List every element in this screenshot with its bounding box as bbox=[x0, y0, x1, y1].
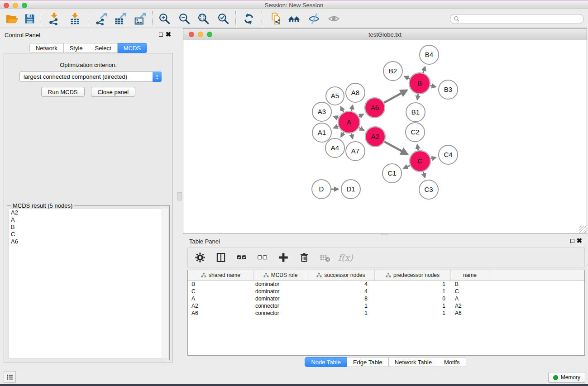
graph-edge-A2-C[interactable] bbox=[384, 142, 407, 154]
import-table-button[interactable] bbox=[67, 11, 82, 26]
graph-node-A3[interactable]: A3 bbox=[312, 102, 331, 121]
window-resize-grip[interactable] bbox=[579, 226, 586, 233]
select-all-button[interactable] bbox=[234, 250, 249, 265]
graph-node-A2[interactable]: A2 bbox=[365, 127, 385, 147]
graph-edge-A-A7[interactable] bbox=[351, 133, 353, 138]
graph-edge-B-B2[interactable] bbox=[405, 76, 410, 79]
graph-node-D1[interactable]: D1 bbox=[341, 180, 360, 199]
graph-edge-A-A8[interactable] bbox=[351, 105, 353, 111]
open-session-button[interactable] bbox=[4, 11, 19, 26]
close-panel-icon[interactable]: ✖ bbox=[165, 30, 171, 38]
column-header-predecessor-nodes[interactable]: predecessor nodes bbox=[375, 270, 451, 280]
graph-node-C4[interactable]: C4 bbox=[439, 145, 458, 164]
graph-edge-A-A1[interactable] bbox=[334, 126, 339, 128]
delete-column-button[interactable] bbox=[296, 250, 312, 265]
delete-table-button[interactable] bbox=[317, 250, 333, 265]
graph-node-A[interactable]: A bbox=[338, 111, 360, 133]
graph-edge-A-A5[interactable] bbox=[341, 107, 344, 112]
graph-node-D[interactable]: D bbox=[312, 180, 331, 199]
graph-node-A7[interactable]: A7 bbox=[346, 142, 365, 161]
eye-button[interactable] bbox=[326, 11, 341, 26]
save-session-button[interactable] bbox=[22, 11, 37, 26]
graph-edge-C-C4[interactable] bbox=[430, 157, 435, 159]
tab-node-table[interactable]: Node Table bbox=[305, 357, 347, 367]
graph-node-B[interactable]: B bbox=[409, 73, 430, 94]
zoom-selected-button[interactable] bbox=[215, 11, 231, 26]
graph-edge-A-A2[interactable] bbox=[359, 128, 364, 130]
graph-edge-B-B1[interactable] bbox=[417, 94, 418, 100]
table-row[interactable]: Adominator80A bbox=[188, 295, 584, 302]
graph-node-B2[interactable]: B2 bbox=[383, 62, 402, 81]
column-header-name[interactable]: name bbox=[451, 270, 489, 280]
tab-network-table[interactable]: Network Table bbox=[389, 357, 438, 367]
show-columns-button[interactable] bbox=[213, 250, 229, 265]
graph-node-B1[interactable]: B1 bbox=[406, 103, 425, 122]
mcds-result-item[interactable]: A6 bbox=[9, 238, 167, 245]
graph-node-A1[interactable]: A1 bbox=[312, 123, 331, 142]
graph-node-C[interactable]: C bbox=[410, 151, 430, 172]
result-scrollbar[interactable] bbox=[162, 209, 168, 358]
optimization-select[interactable]: largest connected component (directed) ▲… bbox=[19, 71, 162, 82]
export-table-button[interactable] bbox=[112, 11, 128, 26]
graph-node-C2[interactable]: C2 bbox=[406, 123, 425, 142]
float-panel-icon[interactable] bbox=[159, 33, 163, 37]
graph-edge-A-A3[interactable] bbox=[334, 116, 339, 118]
mcds-result-item[interactable]: A bbox=[9, 216, 167, 224]
table-float-icon[interactable] bbox=[570, 239, 574, 243]
table-row[interactable]: Bdominator41B bbox=[188, 281, 584, 288]
graph-edge-C-C3[interactable] bbox=[423, 172, 425, 177]
tab-style[interactable]: Style bbox=[64, 43, 89, 53]
column-header-mcds-role[interactable]: MCDS role bbox=[254, 270, 307, 280]
column-header-shared-name[interactable]: shared name bbox=[188, 270, 254, 280]
table-row[interactable]: A6connector11A6 bbox=[188, 310, 584, 317]
graph-node-A5[interactable]: A5 bbox=[326, 87, 344, 105]
graph-node-A4[interactable]: A4 bbox=[325, 138, 344, 157]
tab-motifs[interactable]: Motifs bbox=[438, 357, 466, 367]
table-close-icon[interactable]: ✖ bbox=[576, 237, 582, 245]
mcds-result-item[interactable]: B bbox=[9, 224, 167, 231]
close-panel-button[interactable]: Close panel bbox=[91, 87, 136, 97]
export-network-button[interactable] bbox=[93, 11, 109, 26]
mcds-result-item[interactable]: A2 bbox=[9, 209, 167, 216]
tab-mcds[interactable]: MCDS bbox=[118, 43, 147, 53]
graph-node-B3[interactable]: B3 bbox=[439, 80, 458, 99]
tab-edge-table[interactable]: Edge Table bbox=[347, 357, 389, 367]
hide-show-button[interactable] bbox=[306, 11, 321, 26]
graph-node-C3[interactable]: C3 bbox=[419, 180, 438, 199]
graph-node-C1[interactable]: C1 bbox=[382, 164, 402, 183]
graph-edge-A-A6[interactable] bbox=[359, 114, 363, 117]
table-row[interactable]: A2connector11A2 bbox=[188, 302, 584, 310]
zoom-in-button[interactable] bbox=[157, 11, 172, 26]
zoom-fit-button[interactable] bbox=[196, 11, 211, 26]
function-builder-icon[interactable]: f(x) bbox=[338, 253, 353, 262]
column-header-successor-nodes[interactable]: successor nodes bbox=[307, 270, 375, 280]
add-column-button[interactable] bbox=[276, 250, 291, 265]
table-settings-button[interactable] bbox=[192, 250, 208, 265]
graph-node-B4[interactable]: B4 bbox=[420, 45, 439, 64]
search-input[interactable] bbox=[460, 15, 583, 23]
graph-edge-A6-B[interactable] bbox=[384, 90, 407, 103]
graph-edge-C-C2[interactable] bbox=[417, 145, 418, 151]
tab-select[interactable]: Select bbox=[89, 43, 118, 53]
network-canvas[interactable]: B4B2BB3A5A8A6A3B1AA1C2A2A4A7CC4C1C3DD1 bbox=[183, 40, 587, 234]
home-button[interactable] bbox=[286, 11, 301, 26]
graph-edge-C-C1[interactable] bbox=[404, 166, 410, 168]
zoom-out-button[interactable] bbox=[177, 11, 192, 26]
task-history-button[interactable] bbox=[4, 372, 16, 383]
mcds-result-item[interactable]: C bbox=[9, 231, 167, 238]
refresh-button[interactable] bbox=[241, 11, 256, 26]
tab-network[interactable]: Network bbox=[29, 43, 64, 53]
import-network-button[interactable] bbox=[46, 11, 62, 26]
graph-edge-B-B4[interactable] bbox=[423, 67, 425, 73]
graph-node-A6[interactable]: A6 bbox=[365, 98, 385, 118]
run-mcds-button[interactable]: Run MCDS bbox=[41, 87, 85, 97]
export-image-button[interactable] bbox=[132, 11, 148, 26]
memory-button[interactable]: Memory bbox=[548, 372, 585, 383]
graph-node-A8[interactable]: A8 bbox=[346, 83, 365, 102]
deselect-all-button[interactable] bbox=[255, 250, 270, 265]
graph-edge-B-B3[interactable] bbox=[430, 86, 435, 87]
graph-edge-A-A4[interactable] bbox=[341, 132, 344, 137]
duplicate-network-button[interactable] bbox=[268, 11, 283, 26]
table-row[interactable]: Cdominator41C bbox=[188, 288, 584, 295]
vertical-splitter-grip[interactable] bbox=[177, 192, 182, 200]
